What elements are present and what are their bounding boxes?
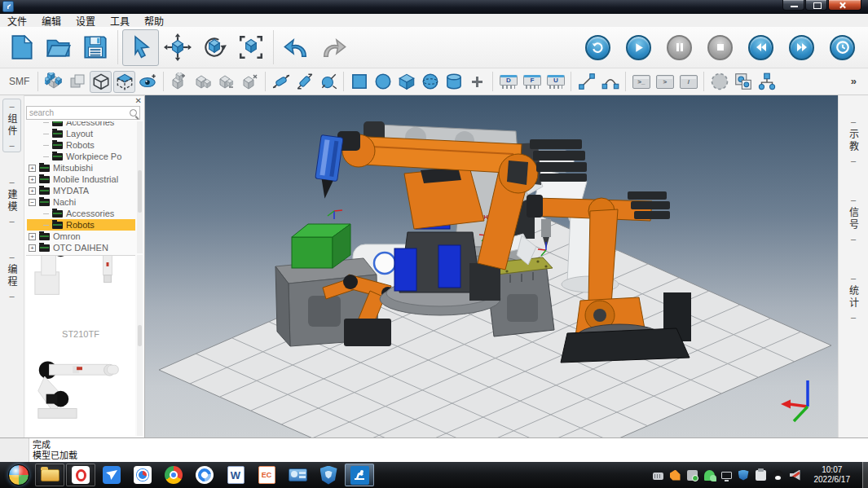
tray-network-icon[interactable] — [721, 472, 732, 479]
chip-f-button[interactable]: F — [521, 71, 543, 93]
joint-slide-button[interactable] — [293, 71, 315, 93]
tab-teach[interactable]: – 示教 – — [845, 115, 862, 167]
hierarchy-button[interactable] — [756, 71, 778, 93]
tree-item[interactable]: +OTC DAIHEN — [27, 242, 135, 253]
taskbar-item-presentation[interactable]: EC — [252, 464, 281, 486]
zoom-fit-button[interactable] — [232, 29, 269, 66]
wireframe-view-button[interactable] — [90, 71, 112, 93]
show-desktop-button[interactable] — [862, 462, 868, 488]
delete-component-button[interactable] — [239, 71, 261, 93]
tree-scrollbar[interactable] — [137, 121, 143, 253]
primitive-add-button[interactable] — [466, 71, 488, 93]
step-back-button[interactable] — [748, 35, 773, 60]
expander-icon[interactable]: + — [29, 233, 36, 240]
undo-button[interactable] — [278, 29, 315, 66]
tree-item[interactable]: −Nachi — [27, 196, 135, 208]
tree-item[interactable]: +Mitsubishi — [27, 162, 135, 174]
tree-item-selected[interactable]: Robots — [27, 219, 135, 231]
thumbnail-scrollbar-thumb[interactable] — [138, 325, 142, 346]
editor-button[interactable]: / — [677, 71, 699, 93]
joint-ball-button[interactable] — [317, 71, 339, 93]
menu-tools[interactable]: 工具 — [103, 14, 137, 28]
overlap-view-button[interactable] — [66, 71, 88, 93]
tray-shield-icon[interactable] — [738, 470, 749, 481]
move-tool-button[interactable] — [159, 29, 196, 66]
viewport-3d[interactable]: NACHI — [145, 95, 838, 437]
taskbar-item-opera[interactable] — [66, 464, 95, 486]
open-file-button[interactable] — [40, 29, 77, 66]
primitive-sphere-button[interactable] — [419, 71, 441, 93]
assembly-explode-button[interactable] — [42, 71, 64, 93]
menu-settings[interactable]: 设置 — [68, 14, 103, 28]
tab-statistics[interactable]: – 统计 – — [845, 271, 862, 323]
visibility-button[interactable] — [137, 71, 159, 93]
time-settings-button[interactable] — [830, 35, 855, 60]
taskbar-clock[interactable]: 10:07 2022/6/17 — [814, 465, 851, 485]
rotate-tool-button[interactable] — [196, 29, 232, 66]
taskbar-item-security[interactable] — [314, 464, 343, 486]
robot-thumbnail[interactable] — [26, 256, 135, 326]
taskbar-item-explorer[interactable] — [35, 464, 64, 486]
green-box[interactable] — [292, 224, 350, 268]
tree-item[interactable]: +Mobile Industrial — [27, 174, 135, 185]
tray-downloader-icon[interactable] — [670, 470, 681, 481]
expander-icon[interactable]: + — [29, 165, 36, 172]
menu-help[interactable]: 帮助 — [137, 14, 171, 28]
app-icon[interactable] — [2, 1, 14, 12]
tree-item[interactable]: +MYDATA — [27, 185, 135, 196]
tree-item[interactable]: Robots — [27, 139, 135, 151]
tree-item[interactable]: Accessories — [27, 208, 135, 219]
taskbar-item-chrome[interactable] — [159, 464, 188, 486]
start-button[interactable] — [8, 464, 29, 486]
minimize-button[interactable] — [782, 0, 804, 11]
redo-button[interactable] — [315, 29, 351, 66]
primitive-cylinder-button[interactable] — [443, 71, 465, 93]
copy-component-button[interactable] — [192, 71, 214, 93]
taskbar-item-display-settings[interactable] — [283, 464, 312, 486]
menu-file[interactable]: 文件 — [0, 14, 34, 28]
tree-scrollbar-thumb[interactable] — [138, 170, 142, 213]
expander-icon[interactable]: + — [29, 176, 36, 183]
reset-simulation-button[interactable] — [585, 35, 610, 60]
tab-components[interactable]: – 组件 – — [2, 99, 21, 152]
taskbar-item-word[interactable]: W — [221, 464, 250, 486]
save-button[interactable] — [77, 29, 113, 66]
draw-line-button[interactable] — [575, 71, 597, 93]
expander-icon[interactable]: + — [29, 244, 36, 252]
draw-arc-button[interactable] — [599, 71, 621, 93]
shaded-view-button[interactable] — [113, 71, 135, 93]
add-component-button[interactable] — [168, 71, 190, 93]
panel-close-button[interactable]: ✕ — [135, 97, 142, 105]
stop-button[interactable] — [707, 35, 733, 60]
tray-qq-icon[interactable] — [773, 470, 783, 481]
taskbar-item-robot-sim[interactable] — [345, 464, 374, 486]
region-button[interactable] — [708, 71, 730, 93]
close-button[interactable] — [828, 0, 861, 11]
tree-item[interactable]: Workpiece Po — [27, 151, 135, 162]
restore-button[interactable] — [805, 0, 827, 11]
thumbnail-scrollbar[interactable] — [137, 255, 143, 436]
taskbar-item-netdisk[interactable] — [128, 464, 157, 486]
terminal-button[interactable]: >_ — [630, 71, 652, 93]
step-forward-button[interactable] — [789, 35, 814, 60]
primitive-box-button[interactable] — [395, 71, 417, 93]
joint-axis-button[interactable] — [270, 71, 292, 93]
new-file-button[interactable] — [3, 29, 40, 66]
select-tool-button[interactable] — [122, 29, 159, 66]
expander-icon[interactable]: − — [29, 199, 36, 206]
tray-volume-muted-icon[interactable] — [790, 470, 800, 481]
tab-signals[interactable]: – 信号 – — [845, 193, 862, 245]
tree-item[interactable]: Accessories — [27, 121, 135, 128]
primitive-circle-button[interactable] — [372, 71, 394, 93]
tree-item[interactable]: Layout — [27, 128, 135, 139]
tray-wechat-icon[interactable] — [704, 470, 715, 481]
pause-button[interactable] — [667, 35, 692, 60]
tab-programming[interactable]: – 编程 – — [3, 250, 20, 302]
primitive-plane-button[interactable] — [348, 71, 370, 93]
chip-d-button[interactable]: D — [497, 71, 519, 93]
toolbar-overflow-button[interactable]: » — [851, 75, 863, 89]
subtract-component-button[interactable] — [215, 71, 237, 93]
taskbar-item-browser[interactable] — [190, 464, 219, 486]
taskbar-item-thunder[interactable] — [97, 464, 126, 486]
tray-usb-icon[interactable] — [687, 470, 698, 481]
